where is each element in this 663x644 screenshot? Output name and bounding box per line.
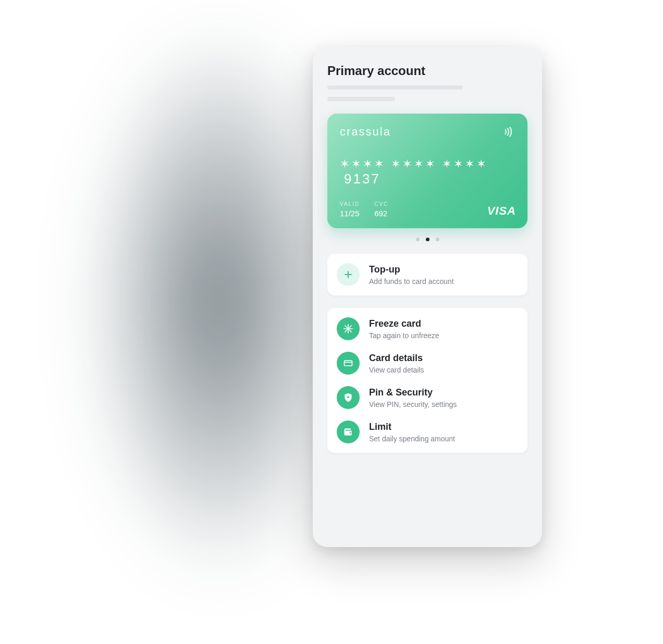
cvc-value: 692 [374,209,388,218]
card-valid: VALID 11/25 [340,201,360,218]
snowflake-icon [337,317,360,340]
carousel-dots [327,238,527,241]
phone-frame: Primary account crassula ✶✶✶✶ ✶✶✶✶ ✶✶✶✶ … [313,47,542,547]
action-subtitle: View card details [369,366,424,374]
card-icon [337,352,360,375]
topup-title: Top-up [369,264,454,275]
svg-point-9 [350,432,351,434]
page-title: Primary account [327,64,527,78]
card-brand: crassula [340,125,515,139]
contactless-icon [502,125,516,139]
plus-icon [337,263,360,286]
svg-point-8 [347,396,349,398]
svg-rect-6 [345,361,352,366]
topup-subtitle: Add funds to card account [369,277,454,286]
actions-tile: Freeze card Tap again to unfreeze Card d… [327,308,527,453]
valid-value: 11/25 [340,209,360,218]
shield-icon [337,386,360,409]
card-network: VISA [487,204,516,218]
action-subtitle: View PIN, security, settings [369,400,457,408]
action-title: Freeze card [369,318,439,329]
carousel-dot[interactable] [416,238,420,241]
valid-label: VALID [340,201,360,207]
action-freeze[interactable]: Freeze card Tap again to unfreeze [337,317,518,340]
skeleton-line [327,85,463,90]
action-title: Card details [369,353,424,364]
card-number: ✶✶✶✶ ✶✶✶✶ ✶✶✶✶ 9137 [340,157,515,187]
card-cvc: CVC 692 [374,201,388,218]
skeleton-line [327,97,395,101]
card-last4: 9137 [344,171,380,187]
action-card-details[interactable]: Card details View card details [337,352,518,375]
carousel-dot-active[interactable] [426,238,429,241]
payment-card[interactable]: crassula ✶✶✶✶ ✶✶✶✶ ✶✶✶✶ 9137 VALID 11/25… [327,114,527,228]
action-pin-security[interactable]: Pin & Security View PIN, security, setti… [337,386,518,409]
action-subtitle: Set daily spending amount [369,435,455,443]
cvc-label: CVC [374,201,388,207]
action-title: Limit [369,422,455,432]
carousel-dot[interactable] [436,238,439,241]
masked-digits: ✶✶✶✶ ✶✶✶✶ ✶✶✶✶ [340,157,488,170]
action-subtitle: Tap again to unfreeze [369,331,439,340]
wallet-icon [337,420,360,443]
topup-tile[interactable]: Top-up Add funds to card account [327,254,527,295]
action-limit[interactable]: Limit Set daily spending amount [337,420,518,443]
action-title: Pin & Security [369,387,457,398]
